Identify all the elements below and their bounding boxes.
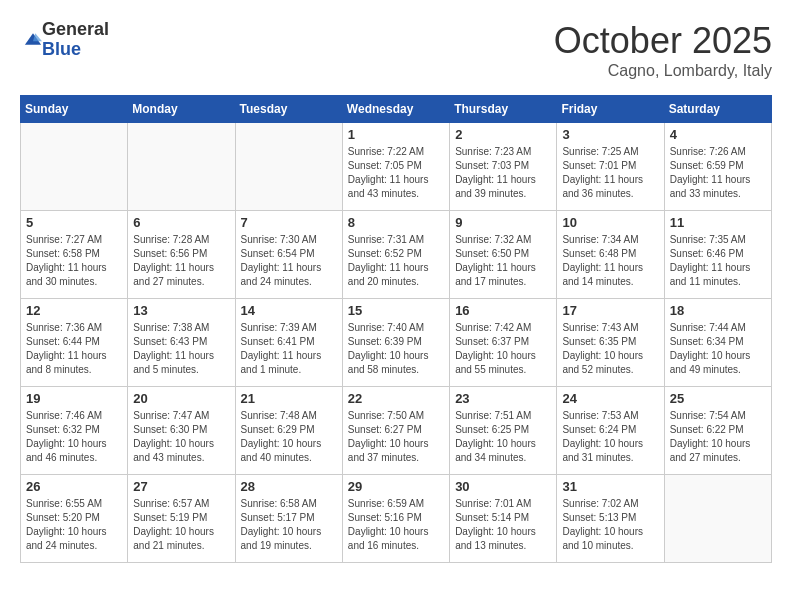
- logo: General Blue: [20, 20, 109, 60]
- day-number: 26: [26, 479, 122, 494]
- day-info: Sunrise: 7:01 AM Sunset: 5:14 PM Dayligh…: [455, 497, 551, 553]
- day-info: Sunrise: 7:27 AM Sunset: 6:58 PM Dayligh…: [26, 233, 122, 289]
- day-info: Sunrise: 7:38 AM Sunset: 6:43 PM Dayligh…: [133, 321, 229, 377]
- day-number: 13: [133, 303, 229, 318]
- day-number: 30: [455, 479, 551, 494]
- week-row-5: 26Sunrise: 6:55 AM Sunset: 5:20 PM Dayli…: [21, 475, 772, 563]
- calendar-cell: 8Sunrise: 7:31 AM Sunset: 6:52 PM Daylig…: [342, 211, 449, 299]
- day-info: Sunrise: 7:36 AM Sunset: 6:44 PM Dayligh…: [26, 321, 122, 377]
- calendar-cell: 12Sunrise: 7:36 AM Sunset: 6:44 PM Dayli…: [21, 299, 128, 387]
- day-info: Sunrise: 7:34 AM Sunset: 6:48 PM Dayligh…: [562, 233, 658, 289]
- calendar-cell: 26Sunrise: 6:55 AM Sunset: 5:20 PM Dayli…: [21, 475, 128, 563]
- week-row-4: 19Sunrise: 7:46 AM Sunset: 6:32 PM Dayli…: [21, 387, 772, 475]
- calendar-cell: 1Sunrise: 7:22 AM Sunset: 7:05 PM Daylig…: [342, 123, 449, 211]
- calendar-cell: 30Sunrise: 7:01 AM Sunset: 5:14 PM Dayli…: [450, 475, 557, 563]
- day-info: Sunrise: 7:53 AM Sunset: 6:24 PM Dayligh…: [562, 409, 658, 465]
- calendar-cell: 6Sunrise: 7:28 AM Sunset: 6:56 PM Daylig…: [128, 211, 235, 299]
- title-block: October 2025 Cagno, Lombardy, Italy: [554, 20, 772, 80]
- calendar-cell: 15Sunrise: 7:40 AM Sunset: 6:39 PM Dayli…: [342, 299, 449, 387]
- column-header-monday: Monday: [128, 96, 235, 123]
- day-number: 7: [241, 215, 337, 230]
- day-number: 6: [133, 215, 229, 230]
- calendar-cell: 2Sunrise: 7:23 AM Sunset: 7:03 PM Daylig…: [450, 123, 557, 211]
- logo-blue-text: Blue: [42, 40, 109, 60]
- day-info: Sunrise: 7:40 AM Sunset: 6:39 PM Dayligh…: [348, 321, 444, 377]
- week-row-2: 5Sunrise: 7:27 AM Sunset: 6:58 PM Daylig…: [21, 211, 772, 299]
- calendar-cell: 24Sunrise: 7:53 AM Sunset: 6:24 PM Dayli…: [557, 387, 664, 475]
- day-info: Sunrise: 7:26 AM Sunset: 6:59 PM Dayligh…: [670, 145, 766, 201]
- day-number: 12: [26, 303, 122, 318]
- column-header-friday: Friday: [557, 96, 664, 123]
- day-info: Sunrise: 7:43 AM Sunset: 6:35 PM Dayligh…: [562, 321, 658, 377]
- calendar-cell: 10Sunrise: 7:34 AM Sunset: 6:48 PM Dayli…: [557, 211, 664, 299]
- day-number: 1: [348, 127, 444, 142]
- day-info: Sunrise: 7:30 AM Sunset: 6:54 PM Dayligh…: [241, 233, 337, 289]
- day-info: Sunrise: 7:44 AM Sunset: 6:34 PM Dayligh…: [670, 321, 766, 377]
- day-number: 22: [348, 391, 444, 406]
- day-number: 23: [455, 391, 551, 406]
- day-number: 8: [348, 215, 444, 230]
- calendar-cell: 31Sunrise: 7:02 AM Sunset: 5:13 PM Dayli…: [557, 475, 664, 563]
- calendar-cell: 17Sunrise: 7:43 AM Sunset: 6:35 PM Dayli…: [557, 299, 664, 387]
- column-header-sunday: Sunday: [21, 96, 128, 123]
- logo-icon: [24, 30, 42, 48]
- logo-general-text: General: [42, 20, 109, 40]
- calendar-cell: 25Sunrise: 7:54 AM Sunset: 6:22 PM Dayli…: [664, 387, 771, 475]
- day-number: 19: [26, 391, 122, 406]
- day-number: 29: [348, 479, 444, 494]
- column-header-saturday: Saturday: [664, 96, 771, 123]
- day-number: 15: [348, 303, 444, 318]
- day-info: Sunrise: 7:51 AM Sunset: 6:25 PM Dayligh…: [455, 409, 551, 465]
- day-info: Sunrise: 7:54 AM Sunset: 6:22 PM Dayligh…: [670, 409, 766, 465]
- calendar-cell: 5Sunrise: 7:27 AM Sunset: 6:58 PM Daylig…: [21, 211, 128, 299]
- calendar-table: SundayMondayTuesdayWednesdayThursdayFrid…: [20, 95, 772, 563]
- day-number: 16: [455, 303, 551, 318]
- column-header-tuesday: Tuesday: [235, 96, 342, 123]
- calendar-cell: [128, 123, 235, 211]
- day-info: Sunrise: 7:50 AM Sunset: 6:27 PM Dayligh…: [348, 409, 444, 465]
- day-info: Sunrise: 6:55 AM Sunset: 5:20 PM Dayligh…: [26, 497, 122, 553]
- calendar-cell: 27Sunrise: 6:57 AM Sunset: 5:19 PM Dayli…: [128, 475, 235, 563]
- day-info: Sunrise: 7:32 AM Sunset: 6:50 PM Dayligh…: [455, 233, 551, 289]
- calendar-cell: 9Sunrise: 7:32 AM Sunset: 6:50 PM Daylig…: [450, 211, 557, 299]
- day-number: 18: [670, 303, 766, 318]
- calendar-cell: 14Sunrise: 7:39 AM Sunset: 6:41 PM Dayli…: [235, 299, 342, 387]
- calendar-cell: [21, 123, 128, 211]
- calendar-cell: 18Sunrise: 7:44 AM Sunset: 6:34 PM Dayli…: [664, 299, 771, 387]
- day-info: Sunrise: 7:28 AM Sunset: 6:56 PM Dayligh…: [133, 233, 229, 289]
- day-info: Sunrise: 7:02 AM Sunset: 5:13 PM Dayligh…: [562, 497, 658, 553]
- day-number: 11: [670, 215, 766, 230]
- day-number: 20: [133, 391, 229, 406]
- day-info: Sunrise: 7:47 AM Sunset: 6:30 PM Dayligh…: [133, 409, 229, 465]
- calendar-cell: 4Sunrise: 7:26 AM Sunset: 6:59 PM Daylig…: [664, 123, 771, 211]
- day-info: Sunrise: 7:31 AM Sunset: 6:52 PM Dayligh…: [348, 233, 444, 289]
- column-header-wednesday: Wednesday: [342, 96, 449, 123]
- calendar-cell: 13Sunrise: 7:38 AM Sunset: 6:43 PM Dayli…: [128, 299, 235, 387]
- day-info: Sunrise: 7:22 AM Sunset: 7:05 PM Dayligh…: [348, 145, 444, 201]
- column-header-thursday: Thursday: [450, 96, 557, 123]
- day-number: 27: [133, 479, 229, 494]
- day-info: Sunrise: 6:58 AM Sunset: 5:17 PM Dayligh…: [241, 497, 337, 553]
- day-number: 31: [562, 479, 658, 494]
- calendar-cell: [664, 475, 771, 563]
- day-number: 2: [455, 127, 551, 142]
- page-header: General Blue October 2025 Cagno, Lombard…: [20, 20, 772, 80]
- calendar-cell: 16Sunrise: 7:42 AM Sunset: 6:37 PM Dayli…: [450, 299, 557, 387]
- day-number: 24: [562, 391, 658, 406]
- day-number: 10: [562, 215, 658, 230]
- day-info: Sunrise: 6:59 AM Sunset: 5:16 PM Dayligh…: [348, 497, 444, 553]
- day-number: 14: [241, 303, 337, 318]
- day-number: 4: [670, 127, 766, 142]
- calendar-cell: 19Sunrise: 7:46 AM Sunset: 6:32 PM Dayli…: [21, 387, 128, 475]
- calendar-cell: 7Sunrise: 7:30 AM Sunset: 6:54 PM Daylig…: [235, 211, 342, 299]
- day-info: Sunrise: 7:48 AM Sunset: 6:29 PM Dayligh…: [241, 409, 337, 465]
- calendar-cell: 29Sunrise: 6:59 AM Sunset: 5:16 PM Dayli…: [342, 475, 449, 563]
- day-number: 5: [26, 215, 122, 230]
- day-info: Sunrise: 7:23 AM Sunset: 7:03 PM Dayligh…: [455, 145, 551, 201]
- calendar-cell: 3Sunrise: 7:25 AM Sunset: 7:01 PM Daylig…: [557, 123, 664, 211]
- month-title: October 2025: [554, 20, 772, 62]
- calendar-cell: 22Sunrise: 7:50 AM Sunset: 6:27 PM Dayli…: [342, 387, 449, 475]
- day-number: 9: [455, 215, 551, 230]
- day-info: Sunrise: 6:57 AM Sunset: 5:19 PM Dayligh…: [133, 497, 229, 553]
- calendar-cell: 21Sunrise: 7:48 AM Sunset: 6:29 PM Dayli…: [235, 387, 342, 475]
